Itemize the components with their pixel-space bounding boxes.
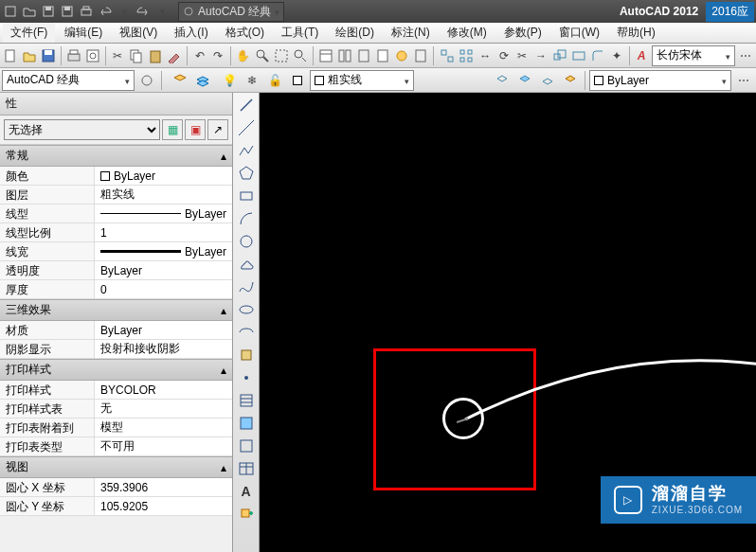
rectangle-icon[interactable] (236, 186, 257, 206)
layer-color-icon[interactable] (287, 70, 308, 91)
prop-value[interactable]: 投射和接收阴影 (95, 340, 232, 358)
menu-edit[interactable]: 编辑(E) (57, 23, 110, 43)
prop-value[interactable]: ByLayer (95, 167, 232, 185)
new-icon[interactable] (2, 45, 19, 66)
prop-value[interactable]: 105.9205 (95, 497, 232, 515)
move-icon[interactable]: ↔ (477, 45, 494, 66)
ellipse-icon[interactable] (236, 299, 257, 320)
undo-dropdown-icon[interactable] (116, 3, 133, 20)
layer-iso-icon[interactable] (492, 70, 513, 91)
prop-value[interactable]: 0 (95, 280, 232, 298)
array-icon[interactable] (458, 45, 475, 66)
spline-icon[interactable] (236, 276, 257, 297)
redo-dropdown-icon[interactable] (153, 3, 171, 20)
open-icon[interactable] (21, 45, 38, 66)
prop-value[interactable]: 359.3906 (95, 478, 232, 496)
arc-icon[interactable] (236, 208, 257, 229)
more-icon[interactable]: ⋯ (733, 70, 754, 91)
section-plot[interactable]: 打印样式▴ (0, 359, 232, 381)
layer-off-icon[interactable] (537, 70, 558, 91)
rotate-icon[interactable]: ⟳ (495, 45, 513, 66)
quickcalc-icon[interactable] (412, 45, 429, 66)
save-icon[interactable] (40, 3, 57, 20)
line-icon[interactable] (236, 95, 257, 116)
menu-insert[interactable]: 插入(I) (167, 23, 215, 43)
circle-icon[interactable] (236, 231, 257, 252)
zoom-icon[interactable] (254, 45, 271, 66)
designcenter-icon[interactable] (336, 45, 353, 66)
quickselect-icon[interactable]: ▦ (162, 119, 183, 140)
pan-icon[interactable]: ✋ (235, 45, 252, 66)
addselected-icon[interactable] (236, 504, 257, 525)
point-icon[interactable] (236, 367, 257, 388)
layer-states-icon[interactable] (192, 70, 213, 91)
pickadd-icon[interactable]: ↗ (207, 119, 228, 140)
menu-tools[interactable]: 工具(T) (274, 23, 326, 43)
print-icon[interactable] (78, 3, 95, 20)
menu-dim[interactable]: 标注(N) (384, 23, 438, 43)
undo-icon[interactable] (97, 3, 114, 20)
layer-on-icon[interactable]: 💡 (219, 70, 240, 91)
table-icon[interactable] (236, 458, 257, 479)
textstyle-combo[interactable]: 长仿宋体 (652, 45, 735, 66)
menu-param[interactable]: 参数(P) (496, 23, 549, 43)
gradient-icon[interactable] (236, 413, 257, 434)
copy-icon[interactable] (128, 45, 145, 66)
redo-icon[interactable]: ↷ (210, 45, 227, 66)
explode-icon[interactable]: ✦ (608, 45, 625, 66)
hatch-icon[interactable] (236, 390, 257, 411)
sheetset-icon[interactable] (374, 45, 391, 66)
toolpalettes-icon[interactable] (355, 45, 372, 66)
selection-combo[interactable]: 无选择 (4, 119, 160, 140)
scale-icon[interactable] (551, 45, 568, 66)
section-view[interactable]: 视图▴ (0, 456, 232, 478)
textstyle-icon[interactable]: A (633, 45, 650, 66)
save-icon[interactable] (40, 45, 57, 66)
workspace-settings-icon[interactable] (136, 70, 157, 91)
layer-lock-icon[interactable]: 🔓 (264, 70, 285, 91)
new-icon[interactable] (2, 3, 19, 20)
menu-draw[interactable]: 绘图(D) (328, 23, 382, 43)
saveas-icon[interactable] (59, 3, 76, 20)
layer-uniso-icon[interactable] (514, 70, 535, 91)
redo-icon[interactable] (135, 3, 152, 20)
more-icon[interactable]: ⋯ (737, 45, 754, 66)
prop-value[interactable]: 无 (95, 400, 232, 418)
menu-help[interactable]: 帮助(H) (609, 23, 663, 43)
cut-icon[interactable]: ✂ (110, 45, 127, 66)
menu-file[interactable]: 文件(F) (3, 23, 55, 43)
layer-combo[interactable]: 粗实线 (310, 70, 414, 91)
revcloud-icon[interactable] (236, 254, 257, 275)
layer-match-icon[interactable] (560, 70, 581, 91)
layer-props-icon[interactable] (170, 70, 190, 91)
extend-icon[interactable]: → (532, 45, 549, 66)
matchprops-icon[interactable] (166, 45, 183, 66)
menu-view[interactable]: 视图(V) (112, 23, 165, 43)
ellipse-arc-icon[interactable] (236, 322, 257, 343)
modify-icon[interactable] (439, 45, 456, 66)
menu-format[interactable]: 格式(O) (218, 23, 272, 43)
prop-value[interactable]: ByLayer (95, 321, 232, 339)
prop-value[interactable]: 粗实线 (95, 186, 232, 204)
trim-icon[interactable]: ✂ (514, 45, 531, 66)
workspace-combo[interactable]: AutoCAD 经典 (2, 70, 135, 91)
prop-value[interactable]: 1 (95, 223, 232, 241)
undo-icon[interactable]: ↶ (191, 45, 208, 66)
layer-freeze-icon[interactable]: ❄ (242, 70, 262, 91)
zoom-window-icon[interactable] (273, 45, 290, 66)
section-3d[interactable]: 三维效果▴ (0, 299, 232, 321)
stretch-icon[interactable] (570, 45, 587, 66)
prop-value[interactable]: BYCOLOR (95, 381, 232, 399)
print-icon[interactable] (65, 45, 82, 66)
section-general[interactable]: 常规▴ (0, 145, 232, 167)
prop-value[interactable]: 不可用 (95, 437, 232, 455)
qat-workspace-selector[interactable]: AutoCAD 经典 (178, 2, 284, 22)
block-icon[interactable] (236, 345, 257, 365)
color-combo[interactable]: ByLayer (589, 70, 731, 91)
menu-window[interactable]: 窗口(W) (551, 23, 607, 43)
polyline-icon[interactable] (236, 140, 257, 161)
open-icon[interactable] (21, 3, 38, 20)
preview-icon[interactable] (84, 45, 101, 66)
drawing-canvas[interactable]: ▷ 溜溜自学 ZIXUE.3D66.COM (260, 93, 756, 552)
fillet-icon[interactable] (589, 45, 606, 66)
